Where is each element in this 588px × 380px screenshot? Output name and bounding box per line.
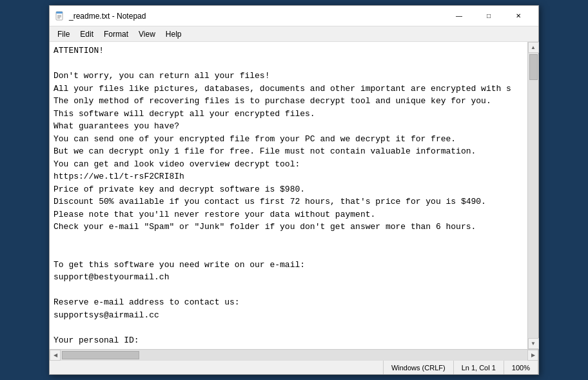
app-icon bbox=[55, 11, 65, 21]
menu-help[interactable]: Help bbox=[161, 28, 187, 40]
scroll-up-arrow[interactable]: ▲ bbox=[528, 42, 539, 53]
menu-view[interactable]: View bbox=[133, 28, 161, 40]
status-encoding: Windows (CRLF) bbox=[384, 361, 454, 374]
hscroll-left-arrow[interactable]: ◀ bbox=[50, 350, 61, 361]
hscroll-track[interactable] bbox=[61, 350, 527, 360]
menu-edit[interactable]: Edit bbox=[75, 28, 99, 40]
horizontal-scrollbar[interactable]: ◀ ▶ bbox=[50, 349, 538, 360]
content-area: ATTENTION! Don't worry, you can return a… bbox=[50, 42, 538, 349]
status-zoom: 100% bbox=[504, 361, 538, 374]
menu-file[interactable]: File bbox=[52, 28, 75, 40]
scroll-down-arrow[interactable]: ▼ bbox=[528, 338, 539, 349]
window-controls: — □ ✕ bbox=[444, 6, 533, 26]
svg-rect-1 bbox=[56, 12, 63, 14]
close-button[interactable]: ✕ bbox=[504, 6, 533, 26]
scroll-track[interactable] bbox=[528, 53, 538, 338]
title-bar: _readme.txt - Notepad — □ ✕ bbox=[50, 6, 538, 26]
hscroll-right-arrow[interactable]: ▶ bbox=[527, 350, 538, 361]
status-position: Ln 1, Col 1 bbox=[454, 361, 504, 374]
maximize-button[interactable]: □ bbox=[474, 6, 504, 26]
text-content[interactable]: ATTENTION! Don't worry, you can return a… bbox=[50, 42, 527, 349]
status-empty bbox=[50, 361, 384, 374]
scroll-thumb[interactable] bbox=[529, 54, 538, 80]
menu-bar: File Edit Format View Help bbox=[50, 26, 538, 42]
menu-format[interactable]: Format bbox=[99, 28, 133, 40]
minimize-button[interactable]: — bbox=[444, 6, 474, 26]
hscroll-thumb[interactable] bbox=[62, 351, 139, 359]
notepad-window: _readme.txt - Notepad — □ ✕ File Edit Fo… bbox=[49, 5, 539, 375]
window-title: _readme.txt - Notepad bbox=[69, 12, 444, 21]
status-bar: Windows (CRLF) Ln 1, Col 1 100% bbox=[50, 360, 538, 374]
vertical-scrollbar[interactable]: ▲ ▼ bbox=[527, 42, 538, 349]
